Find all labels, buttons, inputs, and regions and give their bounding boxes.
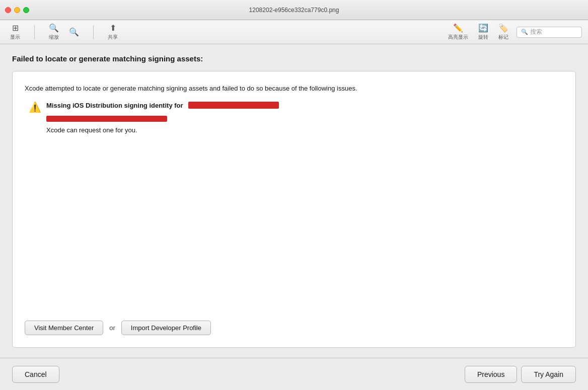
issue-hint: Xcode can request one for you. <box>46 126 279 134</box>
rotate-label: 旋转 <box>478 34 488 41</box>
issue-row: ⚠️ Missing iOS Distribution signing iden… <box>25 102 563 134</box>
display-icon: ⊞ <box>12 23 19 33</box>
issue-title-text: Missing iOS Distribution signing identit… <box>46 102 183 109</box>
toolbar-zoom-in-button[interactable]: 🔍 <box>65 25 83 39</box>
close-button[interactable] <box>5 7 11 13</box>
zoom-out-icon: 🔍 <box>49 23 59 33</box>
search-box[interactable]: 🔍 搜索 <box>517 27 582 38</box>
toolbar-divider-1 <box>34 25 35 39</box>
bottom-bar-right: Previous Try Again <box>465 366 576 383</box>
visit-member-center-button[interactable]: Visit Member Center <box>25 321 103 335</box>
toolbar-share-group: ⬆ 共享 <box>104 21 122 43</box>
toolbar-share-button[interactable]: ⬆ 共享 <box>104 21 122 43</box>
toolbar-zoom-out-button[interactable]: 🔍 缩放 <box>45 21 63 43</box>
window-controls[interactable] <box>5 7 29 13</box>
highlight-label: 高亮显示 <box>448 34 468 41</box>
cancel-button[interactable]: Cancel <box>12 366 59 383</box>
toolbar: ⊞ 显示 🔍 缩放 🔍 ⬆ 共享 ✏️ 高亮显示 🔄 旋转 <box>0 20 588 44</box>
panel-spacer <box>25 142 563 309</box>
import-developer-profile-button[interactable]: Import Developer Profile <box>121 321 211 335</box>
tag-icon: 🏷️ <box>498 23 508 33</box>
toolbar-highlight-group: ✏️ 高亮显示 🔄 旋转 🏷️ 标记 <box>444 21 512 43</box>
dialog-title: Failed to locate or generate matching si… <box>12 54 576 63</box>
minimize-button[interactable] <box>14 7 20 13</box>
toolbar-right: ✏️ 高亮显示 🔄 旋转 🏷️ 标记 🔍 搜索 <box>444 21 582 43</box>
zoom-label: 缩放 <box>49 34 59 41</box>
search-placeholder: 搜索 <box>530 28 542 36</box>
display-label: 显示 <box>10 34 20 41</box>
issue-content: Missing iOS Distribution signing identit… <box>46 102 279 134</box>
window-title: 1208202-e956ce332ca779c0.png <box>249 7 339 14</box>
panel-actions: Visit Member Center or Import Developer … <box>25 317 563 335</box>
rotate-icon: 🔄 <box>478 23 488 33</box>
try-again-button[interactable]: Try Again <box>521 366 576 383</box>
toolbar-display-button[interactable]: ⊞ 显示 <box>6 21 24 43</box>
issue-subtitle-redacted <box>46 116 167 122</box>
maximize-button[interactable] <box>23 7 29 13</box>
issue-title: Missing iOS Distribution signing identit… <box>46 102 279 109</box>
panel-description: Xcode attempted to locate or generate ma… <box>25 84 563 94</box>
bottom-bar: Cancel Previous Try Again <box>0 358 588 390</box>
toolbar-display-group: ⊞ 显示 <box>6 21 24 43</box>
bottom-bar-left: Cancel <box>12 366 59 383</box>
toolbar-tag-button[interactable]: 🏷️ 标记 <box>494 21 512 43</box>
search-icon: 🔍 <box>521 29 528 35</box>
tag-label: 标记 <box>498 34 508 41</box>
previous-button[interactable]: Previous <box>465 366 517 383</box>
titlebar: 1208202-e956ce332ca779c0.png <box>0 0 588 20</box>
dialog-panel: Xcode attempted to locate or generate ma… <box>12 71 576 348</box>
share-label: 共享 <box>108 34 118 41</box>
toolbar-zoom-group: 🔍 缩放 🔍 <box>45 21 83 43</box>
issue-title-redacted <box>188 102 279 109</box>
share-icon: ⬆ <box>110 23 116 33</box>
toolbar-highlight-button[interactable]: ✏️ 高亮显示 <box>444 21 472 43</box>
or-label: or <box>109 324 115 332</box>
highlight-icon: ✏️ <box>453 23 463 33</box>
main-content: Failed to locate or generate matching si… <box>0 44 588 358</box>
zoom-in-icon: 🔍 <box>69 27 79 37</box>
toolbar-divider-2 <box>93 25 94 39</box>
warning-icon: ⚠️ <box>29 102 41 112</box>
toolbar-rotate-button[interactable]: 🔄 旋转 <box>474 21 492 43</box>
